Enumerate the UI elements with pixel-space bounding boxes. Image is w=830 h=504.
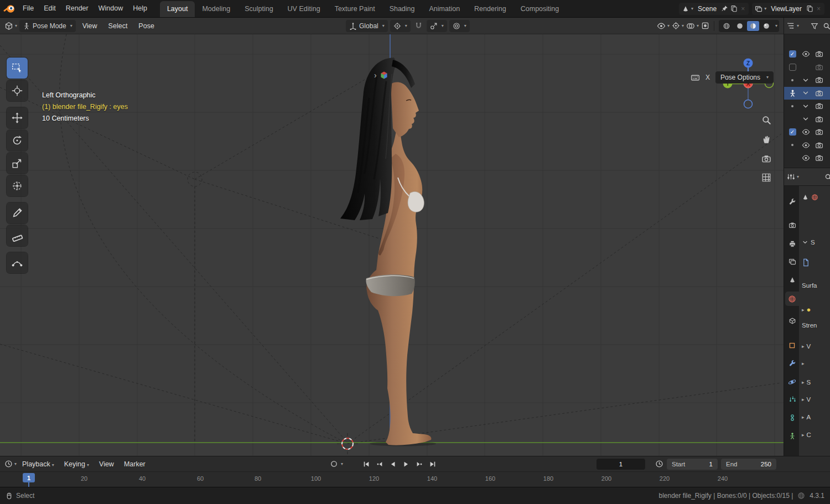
character-model[interactable] <box>340 58 436 446</box>
camera-restrict-icon[interactable] <box>815 141 823 149</box>
checkbox-empty-icon[interactable] <box>789 64 796 71</box>
tab-layout[interactable]: Layout <box>160 1 195 17</box>
outliner-row[interactable] <box>784 61 830 74</box>
jump-to-end-button[interactable] <box>426 459 439 470</box>
panel-header-surface[interactable]: S <box>802 239 815 246</box>
tab-particles-icon[interactable] <box>785 392 799 407</box>
pin-icon[interactable] <box>721 5 728 12</box>
navigation-gizmo[interactable]: Z Y X <box>722 58 774 110</box>
eye-icon[interactable] <box>801 141 810 149</box>
tool-pose-breakdowner[interactable] <box>7 252 28 273</box>
gizmos-toggle-icon[interactable]: ▾ <box>672 22 684 30</box>
tab-constraints-icon[interactable] <box>785 411 799 425</box>
frame-start-field[interactable]: Start1 <box>667 459 718 470</box>
shading-material-icon[interactable] <box>747 21 759 31</box>
new-scene-icon[interactable] <box>730 5 738 12</box>
color-swatch[interactable]: ● <box>807 305 811 314</box>
timeline-ruler[interactable]: 20 40 60 80 100 120 140 160 180 200 220 … <box>0 471 830 487</box>
camera-view-button[interactable] <box>759 151 774 167</box>
tool-rotate[interactable] <box>7 130 28 151</box>
play-reverse-button[interactable] <box>386 459 399 470</box>
menu-edit[interactable]: Edit <box>39 0 61 17</box>
camera-restrict-icon[interactable] <box>815 89 823 97</box>
jump-to-start-button[interactable] <box>360 459 372 470</box>
menu-keying[interactable]: Keying▾ <box>60 460 94 468</box>
collapsed-panel[interactable]: ▸ V <box>802 343 811 350</box>
use-preview-range-clock-icon[interactable] <box>655 460 663 468</box>
chevron-down-icon[interactable] <box>801 76 810 84</box>
xray-toggle-icon[interactable] <box>701 22 709 30</box>
outliner-filter-icon[interactable] <box>811 22 818 30</box>
menu-render[interactable]: Render <box>61 0 94 17</box>
orthographic-toggle-button[interactable] <box>759 170 774 185</box>
camera-restrict-icon[interactable] <box>815 154 823 162</box>
object-visibility-icon[interactable]: ▾ <box>657 22 670 30</box>
tab-object-data-icon[interactable] <box>785 429 799 443</box>
world-datablock-selector[interactable] <box>802 258 810 267</box>
snap-toggle-magnet-icon[interactable] <box>413 22 424 30</box>
pivot-point-selector[interactable]: ▾ <box>390 20 411 32</box>
scene-browse-icon[interactable]: ▾ <box>682 5 693 13</box>
collapsed-panel[interactable]: ▸ V <box>802 396 811 403</box>
menu-view[interactable]: View <box>78 22 102 30</box>
menu-window[interactable]: Window <box>94 0 128 17</box>
tool-scale[interactable] <box>7 153 28 174</box>
camera-restrict-icon[interactable] <box>815 128 823 136</box>
outliner-row[interactable]: ✓ <box>784 126 830 139</box>
tool-annotate[interactable] <box>7 202 28 224</box>
menu-select[interactable]: Select <box>104 22 132 30</box>
tab-physics-icon[interactable] <box>785 375 799 389</box>
unlink-scene-icon[interactable]: × <box>740 5 746 13</box>
viewport-canvas[interactable]: Left Orthographic (1) blender file_Rigif… <box>0 34 784 456</box>
outliner-row-selected[interactable] <box>784 87 830 100</box>
shading-wireframe-icon[interactable] <box>720 21 733 31</box>
keymap-icon[interactable] <box>691 73 700 82</box>
tab-output-icon[interactable] <box>785 237 799 251</box>
outliner-row[interactable] <box>784 139 830 152</box>
tool-select-box[interactable] <box>7 58 28 79</box>
tab-shading[interactable]: Shading <box>382 1 422 17</box>
outliner-row[interactable]: ✓ <box>784 48 830 61</box>
collapsed-panel[interactable]: ▸ A <box>802 414 811 420</box>
camera-restrict-icon[interactable] <box>815 115 823 123</box>
current-frame-playhead[interactable]: 1 <box>23 473 35 482</box>
properties-search-icon[interactable] <box>824 173 830 181</box>
camera-restrict-icon[interactable] <box>815 76 823 84</box>
eye-icon[interactable] <box>801 154 810 162</box>
tab-view-layer-icon[interactable] <box>785 254 799 269</box>
tool-transform[interactable] <box>7 175 28 196</box>
gizmo-z-neg-axis[interactable] <box>744 100 753 108</box>
checkbox-checked-icon[interactable]: ✓ <box>789 50 796 58</box>
tab-compositing[interactable]: Compositing <box>513 1 566 17</box>
auto-keying-record-icon[interactable] <box>330 460 338 468</box>
viewlayer-name[interactable]: ViewLayer <box>769 5 804 13</box>
tab-collection-icon[interactable] <box>785 314 799 328</box>
shading-solid-icon[interactable] <box>734 21 746 31</box>
scene-name[interactable]: Scene <box>696 5 719 13</box>
tool-move[interactable] <box>7 107 28 128</box>
menu-view-timeline[interactable]: View <box>95 460 118 468</box>
chevron-down-icon[interactable] <box>801 102 810 110</box>
transform-orientation-selector[interactable]: Global ▾ <box>346 20 388 32</box>
camera-restrict-icon[interactable] <box>815 63 823 71</box>
previous-keyframe-button[interactable] <box>373 459 386 470</box>
tab-object-icon[interactable] <box>785 338 799 352</box>
collapsed-panel[interactable]: ▸ <box>802 361 807 366</box>
mode-selector[interactable]: Pose Mode ▾ <box>19 20 76 32</box>
editor-type-properties-icon[interactable]: ▾ <box>787 173 799 181</box>
tab-texture-paint[interactable]: Texture Paint <box>328 1 382 17</box>
outliner-row[interactable] <box>784 100 830 113</box>
editor-type-outliner-icon[interactable]: ▾ <box>787 22 799 30</box>
tab-rendering[interactable]: Rendering <box>467 1 513 17</box>
tool-cursor[interactable] <box>7 80 28 101</box>
outliner-search-icon[interactable] <box>823 22 830 30</box>
menu-marker[interactable]: Marker <box>120 460 150 468</box>
tab-sculpting[interactable]: Sculpting <box>237 1 280 17</box>
outliner-row[interactable] <box>784 152 830 165</box>
next-keyframe-button[interactable] <box>413 459 426 470</box>
network-icon[interactable] <box>797 492 805 500</box>
outliner-row[interactable] <box>784 74 830 87</box>
current-frame-field[interactable]: 1 <box>596 459 645 470</box>
new-viewlayer-icon[interactable] <box>806 5 813 12</box>
pan-hand-button[interactable] <box>759 132 774 147</box>
